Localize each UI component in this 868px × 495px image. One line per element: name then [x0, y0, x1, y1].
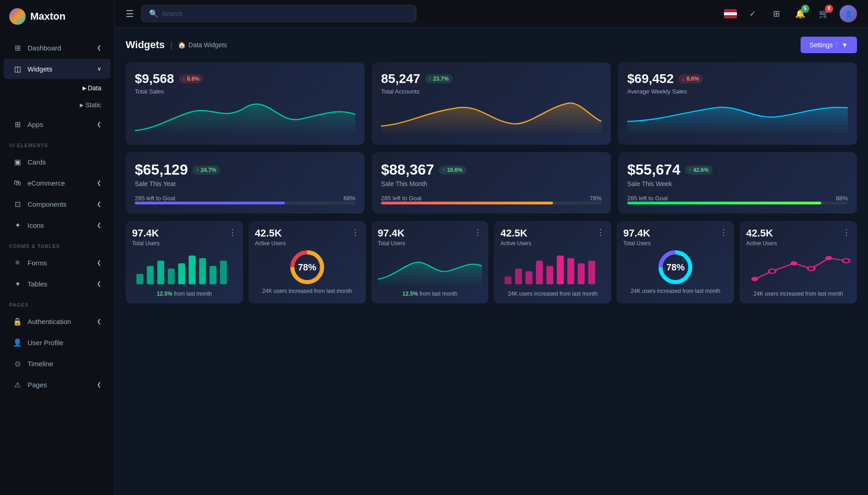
donut-label: 78% — [298, 262, 316, 273]
svg-point-28 — [825, 256, 832, 260]
expand-icon: ❮ — [97, 201, 101, 207]
more-options-icon[interactable]: ⋮ — [351, 227, 359, 237]
sidebar-item-icons[interactable]: ✦ Icons ❮ — [4, 215, 111, 235]
sidebar-item-label: Forms — [28, 259, 47, 267]
sidebar-item-user-profile[interactable]: 👤 User Profile — [4, 332, 111, 352]
widgets-icon: ◫ — [13, 64, 22, 73]
search-input[interactable] — [162, 10, 409, 17]
more-options-icon[interactable]: ⋮ — [228, 227, 237, 237]
bottom-cards-grid: 97.4K Total Users ⋮ — [126, 221, 857, 303]
expand-icon: ❮ — [97, 318, 101, 324]
checkmark-icon[interactable]: ✓ — [744, 6, 761, 22]
small-card-footer: 12.5% from last month — [378, 291, 482, 297]
sidebar-item-label: Tables — [28, 280, 47, 288]
notification-icon[interactable]: 🔔 5 — [792, 6, 808, 22]
ui-section-label: UI ELEMENTS — [0, 135, 114, 151]
sidebar-item-data[interactable]: ▶ Data — [4, 80, 111, 96]
sidebar-item-authentication[interactable]: 🔒 Authentication ❮ — [4, 311, 111, 331]
small-card-label: Active Users — [500, 240, 531, 247]
more-options-icon[interactable]: ⋮ — [597, 227, 605, 237]
svg-rect-18 — [568, 258, 575, 284]
more-options-icon[interactable]: ⋮ — [474, 227, 482, 237]
chart-area — [627, 99, 848, 135]
more-options-icon[interactable]: ⋮ — [842, 227, 851, 237]
sidebar-item-static[interactable]: ▶ Static — [4, 97, 111, 113]
sidebar-item-timeline[interactable]: ⊙ Timeline — [4, 353, 111, 374]
donut-label: 78% — [666, 262, 685, 273]
dashboard-icon: ⊞ — [13, 43, 22, 52]
small-card-total-users-2: 97.4K Total Users ⋮ — [371, 221, 489, 303]
sale-week-card: $55,674 ↑ 42.6% Sale This Week 285 left … — [618, 152, 857, 214]
total-sales-card: $9,568 ↓ 8.6% Total Sales — [126, 62, 365, 145]
logo[interactable]: Maxton — [0, 0, 114, 33]
sidebar-item-pages[interactable]: ⚠ Pages ❮ — [4, 374, 111, 395]
sidebar-navigation: ⊞ Dashboard ❮ ◫ Widgets ∨ ▶ Data ▶ Stati… — [0, 33, 114, 495]
svg-point-27 — [808, 266, 815, 270]
svg-rect-3 — [168, 269, 175, 284]
up-arrow-icon: ↑ — [689, 167, 691, 173]
small-card-value: 42.5K — [255, 227, 286, 239]
sidebar-item-label: Dashboard — [28, 44, 61, 52]
chart-area — [135, 99, 355, 135]
small-card-label: Total Users — [623, 240, 651, 247]
progress-fill — [381, 202, 553, 204]
sidebar-item-forms[interactable]: ≡ Forms ❮ — [4, 253, 111, 273]
small-card-total-users-3: 97.4K Total Users ⋮ 78% 24K users increa… — [617, 221, 734, 303]
mid-cards-grid: $65,129 ↑ 24.7% Sale This Year 285 left … — [126, 152, 857, 214]
hamburger-icon[interactable]: ☰ — [126, 8, 134, 19]
small-card-value: 97.4K — [623, 227, 651, 239]
expand-icon: ❮ — [97, 381, 101, 388]
progress-fill — [135, 202, 285, 204]
sidebar-item-components[interactable]: ⊡ Components ❮ — [4, 194, 111, 214]
sidebar-item-label: User Profile — [28, 339, 63, 346]
small-card-header: 97.4K Total Users ⋮ — [132, 227, 237, 247]
timeline-icon: ⊙ — [13, 359, 22, 368]
trend-badge: ↑ 24.7% — [193, 165, 220, 175]
header: ☰ 🔍 ✓ ⊞ 🔔 5 🛒 8 👤 — [115, 0, 868, 28]
sidebar-item-dashboard[interactable]: ⊞ Dashboard ❮ — [4, 38, 111, 58]
sidebar-item-widgets[interactable]: ◫ Widgets ∨ — [4, 59, 111, 79]
logo-text: Maxton — [30, 11, 66, 22]
logo-icon — [9, 8, 26, 25]
svg-rect-6 — [199, 258, 206, 284]
chevron-right-icon: ▶ — [83, 85, 86, 91]
expand-icon: ❮ — [97, 259, 101, 266]
sidebar-item-ecommerce[interactable]: 🛍 eCommerce ❮ — [4, 173, 111, 193]
small-card-label: Active Users — [746, 240, 777, 247]
cart-icon[interactable]: 🛒 8 — [816, 6, 832, 22]
settings-button[interactable]: Settings ▼ — [801, 37, 857, 53]
search-box[interactable]: 🔍 — [141, 5, 416, 22]
svg-point-29 — [843, 258, 850, 263]
cards-icon: ▣ — [13, 157, 22, 166]
svg-rect-12 — [505, 276, 512, 284]
sidebar-item-cards[interactable]: ▣ Cards — [4, 152, 111, 172]
forms-icon: ≡ — [13, 258, 22, 267]
breadcrumb: Widgets | 🏠 Data Widgets Settings ▼ — [126, 37, 857, 53]
user-icon: 👤 — [13, 338, 22, 347]
sidebar-item-apps[interactable]: ⊞ Apps ❮ — [4, 114, 111, 134]
language-selector[interactable] — [724, 9, 737, 18]
sidebar-item-label: eCommerce — [28, 179, 65, 187]
card-value: 85,247 ↑ 23.7% — [381, 72, 602, 86]
small-card-value: 97.4K — [378, 227, 405, 239]
tables-icon: ✦ — [13, 279, 22, 288]
avatar[interactable]: 👤 — [840, 5, 857, 22]
line-chart — [378, 250, 482, 287]
svg-point-26 — [791, 261, 797, 265]
more-options-icon[interactable]: ⋮ — [719, 227, 728, 237]
sidebar-item-label: Components — [28, 200, 66, 208]
sidebar-item-tables[interactable]: ✦ Tables ❮ — [4, 274, 111, 294]
sidebar-subitem-label: Data — [88, 84, 101, 92]
breadcrumb-link[interactable]: 🏠 Data Widgets — [178, 41, 227, 49]
donut-chart: 78% — [623, 247, 728, 288]
page-content: Widgets | 🏠 Data Widgets Settings ▼ $9,5… — [115, 28, 868, 495]
svg-rect-14 — [526, 271, 533, 285]
grid-icon[interactable]: ⊞ — [768, 6, 785, 22]
small-card-active-users-1: 42.5K Active Users ⋮ 78% 24K users incre… — [249, 221, 366, 303]
svg-rect-1 — [147, 266, 154, 284]
sidebar-item-label: Icons — [28, 221, 44, 229]
icons-icon: ✦ — [13, 220, 22, 230]
components-icon: ⊡ — [13, 199, 22, 209]
settings-dropdown-arrow[interactable]: ▼ — [836, 41, 848, 49]
trend-badge: ↑ 23.7% — [425, 74, 453, 83]
